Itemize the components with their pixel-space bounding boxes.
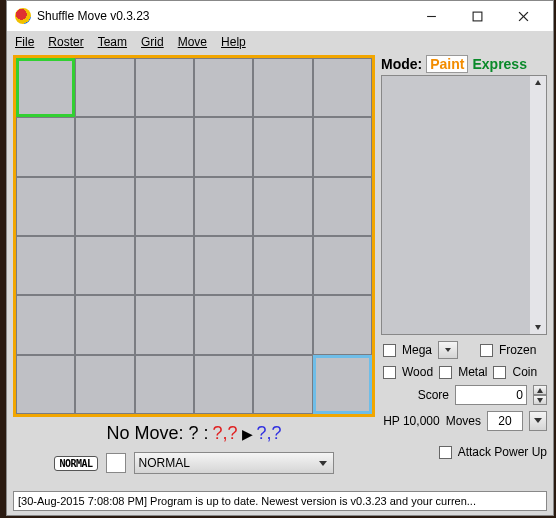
move-summary: No Move: ? : ?,? ▶ ?,?: [106, 423, 281, 444]
menu-team[interactable]: Team: [98, 35, 127, 49]
menu-file[interactable]: File: [15, 35, 34, 49]
svg-rect-1: [473, 12, 482, 21]
menubar: File Roster Team Grid Move Help: [7, 31, 553, 53]
from-coord: ?,?: [212, 423, 237, 444]
scroll-up-button[interactable]: [531, 76, 545, 90]
score-label: Score: [418, 388, 449, 402]
type-dropdown[interactable]: NORMAL: [134, 452, 334, 474]
scroll-down-button[interactable]: [531, 320, 545, 334]
cell[interactable]: [313, 117, 372, 176]
mode-paint-tab[interactable]: Paint: [426, 55, 468, 73]
to-coord: ?,?: [257, 423, 282, 444]
arrow-icon: ▶: [242, 426, 253, 442]
frozen-label: Frozen: [499, 343, 536, 357]
cell[interactable]: [313, 58, 372, 117]
nomove-prefix: No Move: ? :: [106, 423, 208, 444]
mega-dropdown[interactable]: [438, 341, 458, 359]
menu-help[interactable]: Help: [221, 35, 246, 49]
attack-power-up-label: Attack Power Up: [458, 445, 547, 459]
wood-label: Wood: [402, 365, 433, 379]
cell[interactable]: [194, 355, 253, 414]
moves-label: Moves: [446, 414, 481, 428]
metal-label: Metal: [458, 365, 487, 379]
attack-power-up-checkbox[interactable]: [439, 446, 452, 459]
score-spinner: [533, 385, 547, 405]
mode-express-tab[interactable]: Express: [472, 56, 526, 72]
cell[interactable]: [135, 295, 194, 354]
menu-roster[interactable]: Roster: [48, 35, 83, 49]
cell[interactable]: [135, 177, 194, 236]
right-pane: Mode: Paint Express Mega Frozen: [381, 55, 547, 487]
left-pane: No Move: ? : ?,? ▶ ?,? NORMAL NORMAL: [13, 55, 375, 487]
cell[interactable]: [16, 295, 75, 354]
hp-label: HP 10,000: [383, 414, 440, 428]
svg-marker-6: [537, 388, 543, 393]
type-dropdown-value: NORMAL: [139, 456, 190, 470]
cell[interactable]: [75, 58, 134, 117]
metal-checkbox[interactable]: [439, 366, 452, 379]
menu-grid[interactable]: Grid: [141, 35, 164, 49]
cell[interactable]: [313, 295, 372, 354]
cell[interactable]: [253, 117, 312, 176]
cell[interactable]: [253, 236, 312, 295]
board-grid[interactable]: [13, 55, 375, 417]
cell[interactable]: [194, 58, 253, 117]
cell[interactable]: [313, 236, 372, 295]
app-window: Shuffle Move v0.3.23 File Roster Team Gr…: [6, 0, 554, 516]
status-checks: Mega Frozen Wood Metal Coin Score: [381, 341, 547, 459]
cell[interactable]: [135, 355, 194, 414]
mode-row: Mode: Paint Express: [381, 55, 547, 73]
content: No Move: ? : ?,? ▶ ?,? NORMAL NORMAL Mod…: [7, 53, 553, 489]
coin-label: Coin: [512, 365, 537, 379]
mega-label: Mega: [402, 343, 432, 357]
score-down-button[interactable]: [533, 395, 547, 405]
cell[interactable]: [75, 236, 134, 295]
cell[interactable]: [135, 58, 194, 117]
cell[interactable]: [75, 177, 134, 236]
coin-checkbox[interactable]: [493, 366, 506, 379]
cell[interactable]: [75, 355, 134, 414]
cell[interactable]: [194, 117, 253, 176]
type-row: NORMAL NORMAL: [54, 452, 333, 474]
cell[interactable]: [194, 295, 253, 354]
cell[interactable]: [135, 117, 194, 176]
mode-label: Mode:: [381, 56, 422, 72]
app-icon: [15, 8, 31, 24]
frozen-checkbox[interactable]: [480, 344, 493, 357]
palette-panel[interactable]: [381, 75, 547, 335]
menu-move[interactable]: Move: [178, 35, 207, 49]
score-input[interactable]: [455, 385, 527, 405]
titlebar: Shuffle Move v0.3.23: [7, 1, 553, 31]
mega-checkbox[interactable]: [383, 344, 396, 357]
cell[interactable]: [253, 295, 312, 354]
cell[interactable]: [253, 177, 312, 236]
type-badge: NORMAL: [54, 456, 97, 471]
cell[interactable]: [75, 117, 134, 176]
palette-scrollbar[interactable]: [530, 76, 546, 334]
cell[interactable]: [135, 236, 194, 295]
cell[interactable]: [253, 58, 312, 117]
cell[interactable]: [16, 355, 75, 414]
minimize-button[interactable]: [409, 2, 453, 30]
window-controls: [409, 2, 545, 30]
moves-input[interactable]: [487, 411, 523, 431]
maximize-button[interactable]: [455, 2, 499, 30]
selection-from-marker: [16, 58, 75, 117]
cell[interactable]: [313, 177, 372, 236]
cell[interactable]: [16, 117, 75, 176]
svg-marker-4: [535, 80, 541, 85]
svg-marker-5: [535, 325, 541, 330]
moves-dropdown-button[interactable]: [529, 411, 547, 431]
cell[interactable]: [16, 177, 75, 236]
selection-to-marker: [313, 355, 372, 414]
score-up-button[interactable]: [533, 385, 547, 395]
cell[interactable]: [194, 177, 253, 236]
type-color-swatch[interactable]: [106, 453, 126, 473]
cell[interactable]: [253, 355, 312, 414]
cell[interactable]: [16, 236, 75, 295]
cell[interactable]: [75, 295, 134, 354]
cell[interactable]: [194, 236, 253, 295]
close-button[interactable]: [501, 2, 545, 30]
window-title: Shuffle Move v0.3.23: [37, 9, 403, 23]
wood-checkbox[interactable]: [383, 366, 396, 379]
